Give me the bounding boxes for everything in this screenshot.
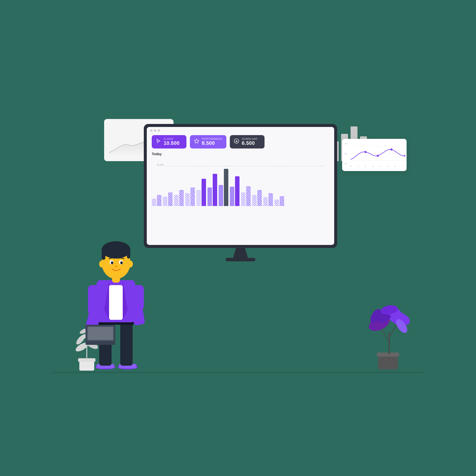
bar-group-7 <box>219 169 228 206</box>
clicks-text: Clicks 10.500 <box>164 138 179 146</box>
line-chart-card: 30 20 10 0 1 2 3 4 5 6 7 <box>342 139 407 171</box>
stat-cards: Clicks 10.500 Performance 8.500 <box>147 133 334 151</box>
ground <box>52 372 424 373</box>
performance-value: 8.500 <box>202 140 222 146</box>
svg-rect-53 <box>131 285 144 310</box>
bar <box>202 179 206 206</box>
bar-group-10 <box>252 190 262 206</box>
monitor: Clicks 10.500 Performance 8.500 <box>144 124 337 268</box>
svg-rect-57 <box>88 327 113 340</box>
cursor-icon <box>156 138 161 145</box>
svg-rect-48 <box>109 285 123 320</box>
bar-group-6 <box>208 174 217 206</box>
bar <box>263 197 268 206</box>
dot-3 <box>158 129 160 132</box>
performance-text: Performance 8.500 <box>202 138 222 146</box>
svg-text:7: 7 <box>402 165 403 167</box>
svg-text:2: 2 <box>365 165 366 167</box>
download-text: Download 6.500 <box>242 138 257 146</box>
star-icon <box>194 138 199 145</box>
bar <box>185 193 190 206</box>
bar-group-2 <box>163 192 173 206</box>
svg-point-61 <box>102 241 130 259</box>
svg-point-68 <box>115 266 117 268</box>
bar <box>246 186 251 206</box>
bar <box>268 193 273 206</box>
bar-group-1 <box>152 195 161 206</box>
download-label: Download <box>242 138 257 140</box>
bar <box>208 187 212 206</box>
svg-point-67 <box>120 261 123 264</box>
bar <box>163 197 167 206</box>
person <box>84 203 149 372</box>
svg-text:0: 0 <box>351 165 352 167</box>
bar <box>196 190 201 206</box>
bar-group-9 <box>241 186 251 206</box>
bar <box>280 196 284 206</box>
bar-group-8 <box>230 176 239 206</box>
performance-card: Performance 8.500 <box>190 135 226 149</box>
bar-group-5 <box>196 179 206 206</box>
svg-point-69 <box>99 261 104 268</box>
svg-point-66 <box>111 261 113 264</box>
bar <box>241 192 245 206</box>
line-chart-svg: 0 1 2 3 4 5 6 7 <box>351 143 405 168</box>
monitor-stand <box>233 248 248 258</box>
bar <box>252 195 257 206</box>
y-label-10: 10 <box>345 163 347 165</box>
svg-rect-58 <box>86 343 115 345</box>
bar <box>219 185 223 206</box>
svg-rect-63 <box>127 250 130 259</box>
bar <box>179 190 184 206</box>
svg-point-7 <box>377 155 379 157</box>
svg-rect-45 <box>120 322 133 366</box>
svg-rect-51 <box>88 285 100 315</box>
chart-area: Today 10.000 <box>147 151 334 211</box>
bar <box>235 176 239 206</box>
clicks-card: Clicks 10.500 <box>152 135 186 149</box>
bar <box>190 187 195 206</box>
svg-rect-62 <box>102 250 105 260</box>
download-card: Download 6.500 <box>230 135 265 149</box>
scene: Clicks 10.500 Performance 8.500 <box>89 89 387 387</box>
bar-chart <box>152 156 329 206</box>
chart-title: Today <box>152 152 329 156</box>
clicks-label: Clicks <box>164 138 179 140</box>
monitor-base <box>226 258 255 261</box>
dot-2 <box>154 129 156 132</box>
bar-group-12 <box>274 196 284 206</box>
bar-group-3 <box>174 190 184 206</box>
svg-point-9 <box>404 155 405 157</box>
svg-line-31 <box>381 327 389 342</box>
svg-text:3: 3 <box>372 165 374 167</box>
bar <box>213 174 217 206</box>
bar-group-11 <box>263 193 273 206</box>
bar <box>152 199 156 206</box>
svg-text:6: 6 <box>395 165 396 167</box>
svg-text:5: 5 <box>387 165 388 167</box>
download-value: 6.500 <box>242 140 257 146</box>
browser-dots <box>147 127 334 133</box>
dot-1 <box>150 129 152 132</box>
svg-text:4: 4 <box>380 165 381 167</box>
performance-label: Performance <box>202 138 222 140</box>
bar <box>174 195 178 206</box>
y-label-30: 30 <box>345 143 347 145</box>
svg-point-70 <box>128 261 133 268</box>
monitor-outer: Clicks 10.500 Performance 8.500 <box>144 124 337 248</box>
svg-text:1: 1 <box>357 165 359 167</box>
download-icon <box>234 138 239 145</box>
chart-ref-line <box>157 166 324 166</box>
svg-rect-28 <box>378 355 398 369</box>
bar <box>274 200 279 206</box>
bar <box>230 187 234 206</box>
bar-group-4 <box>185 187 195 206</box>
plant-right <box>362 302 416 372</box>
bar <box>157 195 161 206</box>
monitor-screen: Clicks 10.500 Performance 8.500 <box>147 127 334 245</box>
bar <box>224 169 228 206</box>
line-chart-y-labels: 30 20 10 <box>345 143 347 165</box>
chart-ref-label: 10.000 <box>157 163 164 166</box>
svg-point-8 <box>390 149 392 150</box>
y-label-20: 20 <box>345 153 347 155</box>
